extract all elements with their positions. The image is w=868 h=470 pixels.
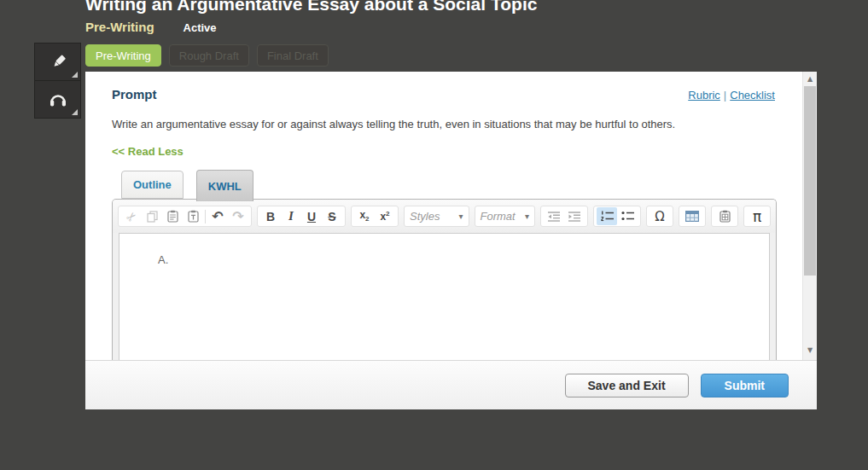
paste-table-button[interactable] — [714, 207, 735, 225]
highlighter-tool-button[interactable] — [34, 43, 81, 81]
page: Writing an Argumentative Essay about a S… — [0, 0, 868, 470]
copy-icon — [147, 211, 158, 223]
redo-button[interactable]: ↷ — [228, 207, 248, 225]
tab-kwhl[interactable]: KWHL — [196, 170, 253, 201]
rubric-link[interactable]: Rubric — [688, 89, 720, 102]
tab-outline[interactable]: Outline — [121, 171, 184, 199]
redo-icon: ↷ — [232, 208, 243, 224]
superscript-button[interactable]: x2 — [375, 207, 395, 225]
read-aloud-tool-button[interactable] — [34, 80, 81, 119]
scroll-down-button[interactable]: ▼ — [803, 344, 817, 357]
prompt-heading: Prompt — [112, 87, 157, 102]
cut-button[interactable]: ✂ — [121, 207, 142, 225]
chevron-down-icon: ▾ — [525, 212, 529, 221]
toolbar-separator — [205, 210, 206, 223]
stage-row: Pre-Writing Active — [85, 20, 217, 34]
list-marker: A. — [158, 253, 168, 266]
bulleted-list-icon — [621, 211, 634, 222]
math-group: π — [743, 206, 771, 227]
strikethrough-icon: S — [328, 210, 335, 223]
scroll-thumb[interactable] — [804, 86, 816, 276]
corner-expand-icon — [72, 72, 78, 78]
copy-button[interactable] — [142, 207, 162, 225]
paste-icon — [167, 210, 178, 223]
stage-tab-pre-writing[interactable]: Pre-Writing — [85, 44, 161, 67]
subscript-button[interactable]: x2 — [354, 207, 375, 225]
italic-button[interactable]: I — [281, 207, 301, 225]
submit-button[interactable]: Submit — [701, 374, 789, 397]
editor-content[interactable]: A. — [119, 233, 770, 360]
styles-dropdown-label: Styles — [410, 210, 451, 223]
list-group — [593, 206, 641, 227]
save-exit-button[interactable]: Save and Exit — [565, 374, 689, 397]
links-separator: | — [724, 89, 726, 102]
omega-icon: Ω — [655, 209, 664, 224]
special-character-button[interactable]: Ω — [650, 207, 670, 225]
indent-button[interactable] — [564, 207, 585, 225]
subscript-icon: x2 — [359, 209, 369, 223]
stage-tab-bar: Pre-Writing Rough Draft Final Draft — [85, 44, 329, 67]
corner-expand-icon — [72, 109, 78, 115]
outdent-icon — [548, 212, 560, 222]
read-less-link[interactable]: << Read Less — [112, 145, 184, 158]
underline-button[interactable]: U — [301, 207, 322, 225]
stage-label: Pre-Writing — [85, 20, 154, 34]
indent-group — [540, 206, 588, 227]
table-group — [679, 206, 706, 227]
underline-icon: U — [307, 210, 316, 223]
paste-text-button[interactable] — [183, 207, 203, 225]
clipboard-grid-icon — [719, 210, 731, 223]
tool-stack — [34, 43, 81, 119]
scrollbar[interactable]: ▲ ▼ — [802, 72, 817, 360]
cut-icon: ✂ — [123, 208, 140, 225]
script-group: x2 x2 — [351, 206, 399, 227]
format-dropdown[interactable]: Format ▾ — [475, 206, 535, 227]
indent-icon — [568, 212, 580, 222]
scroll-up-button[interactable]: ▲ — [803, 73, 817, 85]
footer: Save and Exit Submit — [85, 360, 817, 409]
math-button[interactable]: π — [747, 207, 767, 225]
styles-dropdown[interactable]: Styles ▾ — [404, 206, 469, 227]
highlighter-icon — [50, 54, 67, 71]
bold-button[interactable]: B — [260, 207, 281, 225]
paste-text-icon — [188, 210, 199, 223]
clipboard-history-group: ✂ — [118, 206, 252, 227]
editor-toolbar: ✂ — [113, 200, 776, 233]
page-title: Writing an Argumentative Essay about a S… — [85, 0, 537, 15]
format-dropdown-label: Format — [481, 210, 516, 223]
numbered-list-button[interactable] — [597, 207, 617, 225]
paste-table-group — [711, 206, 738, 227]
numbered-list-icon — [601, 211, 614, 222]
outdent-button[interactable] — [544, 207, 564, 225]
content-panel: Prompt Rubric|Checklist Write an argumen… — [85, 72, 817, 409]
strikethrough-button[interactable]: S — [322, 207, 342, 225]
prompt-text: Write an argumentative essay for or agai… — [112, 118, 766, 131]
bulleted-list-button[interactable] — [617, 207, 638, 225]
table-button[interactable] — [682, 207, 702, 225]
superscript-icon: x2 — [380, 210, 389, 223]
bold-icon: B — [266, 210, 275, 223]
special-char-group: Ω — [646, 206, 673, 227]
italic-icon: I — [288, 209, 294, 223]
text-style-group: B I U S — [257, 206, 346, 227]
undo-icon: ↶ — [212, 208, 223, 224]
stage-tab-final-draft[interactable]: Final Draft — [257, 44, 329, 67]
status-label: Active — [184, 21, 217, 34]
pi-icon: π — [753, 208, 761, 225]
table-icon — [685, 211, 699, 222]
chevron-down-icon: ▾ — [459, 212, 463, 221]
stage-tab-rough-draft[interactable]: Rough Draft — [169, 44, 249, 67]
rich-text-editor: ✂ — [112, 199, 777, 360]
workspace-tab-bar: Outline KWHL — [121, 170, 253, 201]
paste-button[interactable] — [162, 207, 183, 225]
headphones-icon — [49, 91, 67, 107]
doc-links: Rubric|Checklist — [688, 89, 775, 102]
undo-button[interactable]: ↶ — [207, 207, 228, 225]
checklist-link[interactable]: Checklist — [730, 89, 775, 102]
